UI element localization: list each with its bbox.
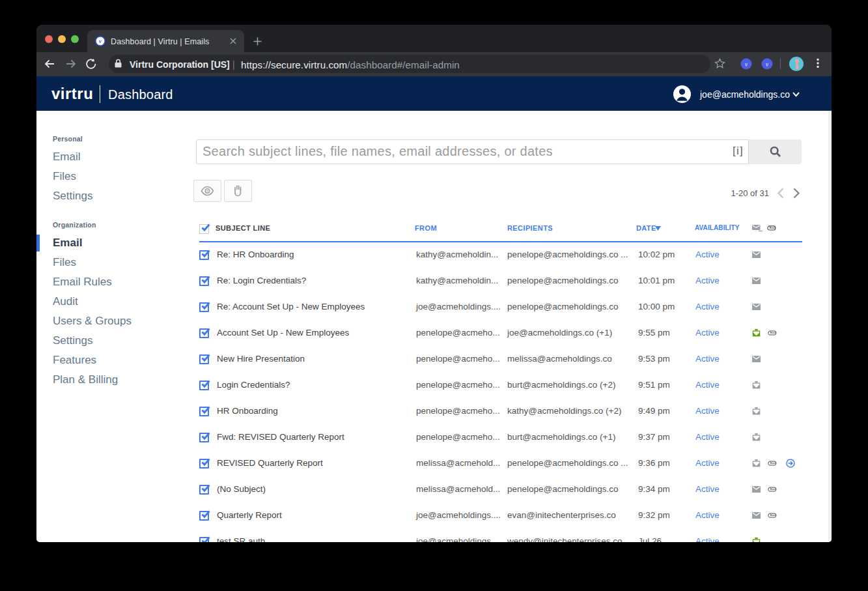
svg-text:v: v: [99, 38, 102, 44]
